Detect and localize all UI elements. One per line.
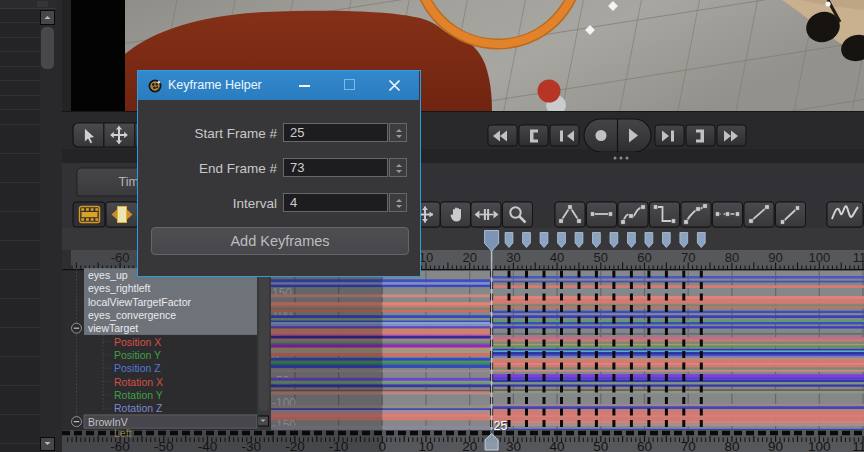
- svg-text:Rotation Z: Rotation Z: [114, 402, 163, 414]
- svg-text:Rotation X: Rotation X: [114, 376, 163, 388]
- svg-text:40: 40: [550, 250, 564, 265]
- svg-text:110: 110: [853, 250, 864, 265]
- svg-text:50: 50: [594, 250, 608, 265]
- svg-text:0: 0: [379, 439, 387, 452]
- svg-text:-40: -40: [198, 439, 218, 452]
- svg-text:100: 100: [808, 439, 831, 452]
- svg-text:Rotation Y: Rotation Y: [114, 389, 163, 401]
- svg-text:eyes_convergence: eyes_convergence: [88, 309, 176, 321]
- svg-text:90: 90: [768, 250, 782, 265]
- svg-text:90: 90: [768, 439, 783, 452]
- svg-text:10: 10: [418, 439, 433, 452]
- svg-text:-60: -60: [110, 439, 130, 452]
- svg-text:-20: -20: [285, 439, 305, 452]
- svg-text:80: 80: [725, 250, 739, 265]
- svg-text:50: 50: [593, 439, 608, 452]
- svg-text:viewTarget: viewTarget: [88, 322, 138, 334]
- svg-text:localViewTargetFactor: localViewTargetFactor: [88, 296, 192, 308]
- svg-text:-60: -60: [111, 250, 130, 265]
- svg-text:-50: -50: [154, 439, 174, 452]
- svg-text:-30: -30: [241, 439, 261, 452]
- svg-text:Left: Left: [114, 427, 132, 439]
- svg-text:Position Y: Position Y: [114, 349, 161, 361]
- svg-text:100: 100: [808, 250, 830, 265]
- svg-text:40: 40: [550, 439, 565, 452]
- svg-text:20: 20: [462, 439, 477, 452]
- svg-text:60: 60: [637, 250, 651, 265]
- svg-text:20: 20: [462, 250, 476, 265]
- svg-text:BrowInV: BrowInV: [88, 416, 128, 428]
- svg-text:70: 70: [681, 439, 696, 452]
- svg-text:eyes_rightleft: eyes_rightleft: [88, 282, 151, 294]
- svg-text:30: 30: [506, 250, 520, 265]
- svg-text:eyes_up: eyes_up: [88, 269, 128, 281]
- svg-text:30: 30: [506, 439, 521, 452]
- svg-text:110: 110: [852, 439, 864, 452]
- svg-text:70: 70: [681, 250, 695, 265]
- svg-text:-10: -10: [329, 439, 349, 452]
- svg-text:Position Z: Position Z: [114, 362, 161, 374]
- svg-text:Position X: Position X: [114, 336, 161, 348]
- svg-text:60: 60: [637, 439, 652, 452]
- svg-text:80: 80: [724, 439, 739, 452]
